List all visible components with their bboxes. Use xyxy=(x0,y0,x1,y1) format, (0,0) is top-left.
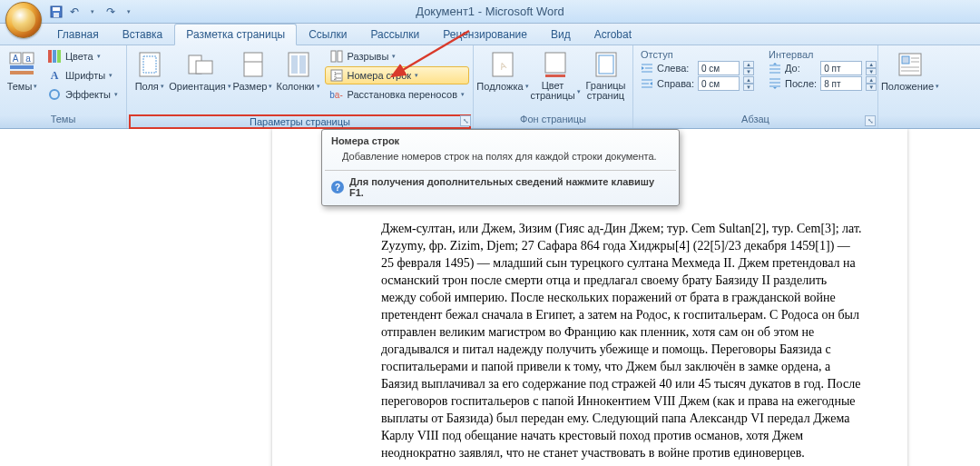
theme-fonts-button[interactable]: A Шрифты ▾ xyxy=(43,66,122,84)
chevron-down-icon: ▾ xyxy=(228,81,231,92)
theme-colors-button[interactable]: Цвета ▾ xyxy=(43,47,122,65)
qat-customize-icon[interactable]: ▾ xyxy=(122,5,136,19)
page-borders-icon xyxy=(592,50,621,79)
group-page-setup: Поля▾ Ориентация▾ Размер▾ Колонки▾ Разры… xyxy=(127,45,474,128)
window-title: Документ1 - Microsoft Word xyxy=(0,5,980,18)
group-arrange-label xyxy=(882,114,973,128)
columns-icon xyxy=(284,50,313,79)
tab-mailings[interactable]: Рассылки xyxy=(358,24,431,45)
svg-rect-2 xyxy=(54,13,59,17)
indent-left-icon xyxy=(641,63,653,74)
undo-icon[interactable]: ↶ xyxy=(67,5,82,19)
chevron-down-icon: ▾ xyxy=(936,81,939,92)
tooltip-footer: ? Для получения дополнительных сведений … xyxy=(322,171,679,198)
page-color-button[interactable]: Цвет страницы▾ xyxy=(530,47,581,102)
page-borders-label: Границы страниц xyxy=(585,81,626,101)
svg-rect-17 xyxy=(244,53,262,76)
chevron-down-icon: ▾ xyxy=(317,81,320,92)
undo-dropdown-icon[interactable]: ▾ xyxy=(85,5,100,19)
svg-rect-21 xyxy=(299,55,306,74)
columns-label: Колонки xyxy=(277,81,315,92)
spacing-before-spinner[interactable]: ▲▼ xyxy=(866,61,877,75)
office-logo-icon xyxy=(12,8,35,32)
orientation-button[interactable]: Ориентация▾ xyxy=(171,47,230,93)
ribbon-tabs: Главная Вставка Разметка страницы Ссылки… xyxy=(0,24,980,45)
chevron-down-icon: ▾ xyxy=(161,81,164,92)
margins-label: Поля xyxy=(135,81,159,92)
office-button[interactable] xyxy=(5,2,42,38)
breaks-label: Разрывы xyxy=(348,51,389,62)
margins-icon xyxy=(135,50,164,79)
line-numbers-tooltip: Номера строк Добавление номеров строк на… xyxy=(321,129,680,206)
tab-references[interactable]: Ссылки xyxy=(297,24,358,45)
svg-point-12 xyxy=(50,90,59,99)
theme-fonts-label: Шрифты xyxy=(65,70,105,81)
tab-insert[interactable]: Вставка xyxy=(111,24,175,45)
orientation-icon xyxy=(186,50,215,79)
svg-rect-11 xyxy=(57,50,61,63)
spacing-after-spinner[interactable]: ▲▼ xyxy=(866,76,877,91)
chevron-down-icon: ▾ xyxy=(114,91,118,98)
chevron-down-icon: ▾ xyxy=(269,81,272,92)
position-icon xyxy=(896,50,925,79)
chevron-down-icon: ▾ xyxy=(525,81,529,92)
line-numbers-button[interactable]: 12 Номера строк ▾ xyxy=(325,66,469,84)
breaks-icon xyxy=(329,49,344,64)
svg-rect-7 xyxy=(10,65,34,69)
tab-review[interactable]: Рецензирование xyxy=(431,24,539,45)
tooltip-title: Номера строк xyxy=(322,130,679,148)
watermark-button[interactable]: A Подложка▾ xyxy=(477,47,528,93)
spacing-after-input[interactable]: 8 пт xyxy=(820,76,862,91)
save-icon[interactable] xyxy=(49,5,64,19)
page-borders-button[interactable]: Границы страниц xyxy=(583,47,629,102)
tooltip-footer-text: Для получения дополнительных сведений на… xyxy=(349,176,670,198)
size-button[interactable]: Размер▾ xyxy=(232,47,274,93)
theme-effects-button[interactable]: Эффекты ▾ xyxy=(43,85,122,104)
spacing-panel: Интервал До: 0 пт ▲▼ После: 8 пт ▲▼ xyxy=(769,49,878,91)
page-color-icon xyxy=(541,50,570,79)
group-arrange: Положение▾ xyxy=(878,45,976,128)
indent-left-input[interactable]: 0 см xyxy=(698,61,740,75)
svg-rect-1 xyxy=(53,7,60,11)
chevron-down-icon: ▾ xyxy=(461,91,465,98)
paragraph-dialog-launcher[interactable]: ⤡ xyxy=(865,115,876,126)
watermark-label: Подложка xyxy=(476,81,523,92)
document-paragraph[interactable]: Джем-султан, или Джем, Зизим (Гияс ад-Ди… xyxy=(381,220,862,461)
indent-left-spinner[interactable]: ▲▼ xyxy=(743,61,754,75)
position-button[interactable]: Положение▾ xyxy=(882,47,938,93)
hyphenation-button[interactable]: ba- Расстановка переносов ▾ xyxy=(325,85,469,104)
tab-page-layout[interactable]: Разметка страницы xyxy=(174,24,297,45)
chevron-down-icon: ▾ xyxy=(97,53,101,60)
tab-view[interactable]: Вид xyxy=(539,24,583,45)
svg-rect-32 xyxy=(545,74,565,77)
tab-acrobat[interactable]: Acrobat xyxy=(583,24,643,45)
svg-rect-20 xyxy=(291,55,298,74)
redo-icon[interactable]: ↷ xyxy=(103,5,118,19)
colors-icon xyxy=(47,49,62,64)
indent-right-spinner[interactable]: ▲▼ xyxy=(743,76,754,91)
chevron-down-icon: ▾ xyxy=(577,86,581,96)
margins-button[interactable]: Поля▾ xyxy=(131,47,169,93)
svg-rect-31 xyxy=(545,53,565,73)
spacing-after-label: После: xyxy=(785,78,817,89)
columns-button[interactable]: Колонки▾ xyxy=(276,47,321,93)
orientation-label: Ориентация xyxy=(169,81,225,92)
svg-rect-8 xyxy=(10,71,34,74)
indent-right-icon xyxy=(641,78,653,89)
svg-rect-10 xyxy=(53,50,56,63)
breaks-button[interactable]: Разрывы ▾ xyxy=(325,47,469,65)
group-page-background: A Подложка▾ Цвет страницы▾ Границы стран… xyxy=(474,45,633,128)
svg-rect-48 xyxy=(902,56,909,64)
svg-rect-16 xyxy=(196,61,212,74)
page-setup-dialog-launcher[interactable]: ⤡ xyxy=(460,115,471,126)
indent-panel: Отступ Слева: 0 см ▲▼ Справа: 0 см ▲▼ xyxy=(641,49,756,91)
fonts-icon: A xyxy=(47,68,62,83)
svg-rect-9 xyxy=(48,50,52,63)
spacing-before-input[interactable]: 0 пт xyxy=(820,61,862,75)
hyphenation-icon: ba- xyxy=(329,87,344,102)
tooltip-body: Добавление номеров строк на полях для ка… xyxy=(322,148,679,170)
themes-button[interactable]: Aa Темы▾ xyxy=(4,47,41,93)
tab-home[interactable]: Главная xyxy=(45,24,111,45)
indent-right-input[interactable]: 0 см xyxy=(698,76,740,91)
spacing-header: Интервал xyxy=(769,49,817,60)
